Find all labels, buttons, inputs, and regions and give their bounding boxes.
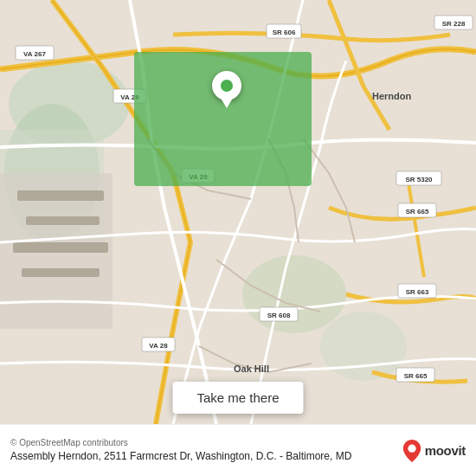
svg-text:SR 663: SR 663 bbox=[406, 288, 429, 296]
map-container: VA 267 VA 28 VA 29 SR 606 SR 228 SR 665 … bbox=[0, 0, 476, 424]
svg-rect-10 bbox=[22, 268, 100, 277]
svg-text:SR 228: SR 228 bbox=[442, 20, 466, 28]
svg-rect-8 bbox=[26, 216, 100, 225]
pin-tail bbox=[222, 100, 232, 108]
svg-text:SR 5320: SR 5320 bbox=[405, 176, 433, 183]
svg-point-35 bbox=[408, 444, 415, 452]
svg-text:SR 608: SR 608 bbox=[267, 312, 291, 319]
pin-dot bbox=[221, 80, 233, 92]
take-me-there-button[interactable]: Take me there bbox=[172, 382, 303, 414]
svg-text:Oak Hill: Oak Hill bbox=[234, 363, 269, 374]
svg-point-5 bbox=[320, 312, 407, 381]
copyright-text: © OpenStreetMap contributors bbox=[10, 438, 394, 447]
svg-rect-9 bbox=[13, 242, 108, 253]
address-section: © OpenStreetMap contributors Assembly He… bbox=[10, 438, 394, 464]
svg-text:VA 28: VA 28 bbox=[149, 342, 168, 350]
svg-text:SR 665: SR 665 bbox=[404, 372, 428, 380]
svg-point-4 bbox=[242, 255, 346, 333]
location-pin bbox=[211, 71, 242, 109]
svg-text:Herndon: Herndon bbox=[372, 91, 412, 101]
svg-rect-7 bbox=[17, 190, 104, 201]
svg-text:SR 665: SR 665 bbox=[406, 208, 429, 215]
moovit-pin-icon bbox=[402, 440, 421, 462]
moovit-logo: moovit bbox=[402, 440, 466, 462]
moovit-brand-text: moovit bbox=[425, 443, 466, 458]
bottom-bar: © OpenStreetMap contributors Assembly He… bbox=[0, 424, 476, 476]
pin-circle bbox=[212, 71, 241, 100]
svg-text:VA 267: VA 267 bbox=[23, 50, 46, 58]
svg-text:SR 606: SR 606 bbox=[273, 29, 296, 36]
address-text: Assembly Herndon, 2511 Farmcrest Dr, Was… bbox=[10, 450, 394, 464]
